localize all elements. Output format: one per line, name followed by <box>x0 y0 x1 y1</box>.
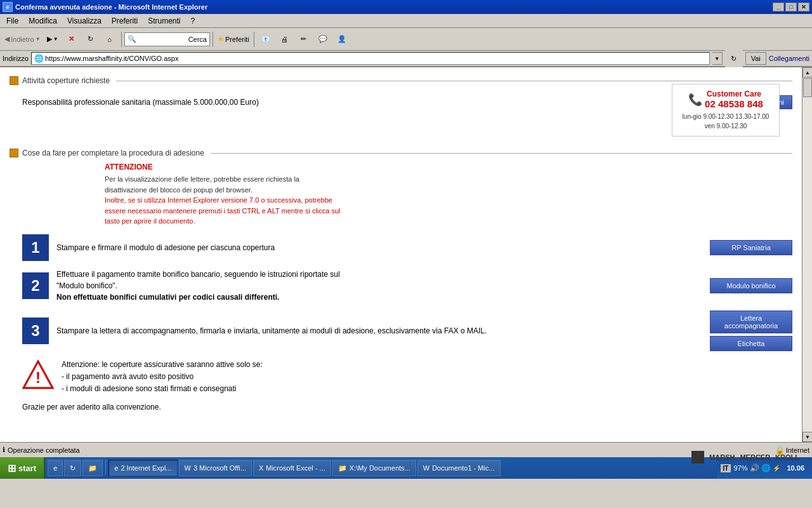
taskbar-doc-label: Documento1 - Mic... <box>432 464 494 472</box>
step2-text: Effettuare il pagamento tramite bonifico… <box>56 269 702 303</box>
edit-icon: ✏ <box>301 35 306 43</box>
section2-icon <box>10 149 18 157</box>
attention-title: ATTENZIONE <box>105 163 422 171</box>
taskbar-item-ie[interactable]: e 2 Internet Expl... <box>108 460 177 476</box>
scroll-down-button[interactable]: ▼ <box>802 432 812 442</box>
taskbar-items: e ↻ 📁 e 2 Internet Expl... W 3 Microsoft… <box>45 460 716 476</box>
back-dropdown-icon: ▼ <box>36 36 41 42</box>
step3-number: 3 <box>22 318 49 344</box>
tools-button[interactable]: 👤 <box>333 30 351 48</box>
refresh-button[interactable]: ↻ <box>82 30 100 48</box>
address-dropdown-button[interactable]: ▼ <box>712 52 723 65</box>
doc-taskbar-icon: W <box>423 464 429 472</box>
menu-file[interactable]: File <box>1 15 23 27</box>
step1-row: 1 Stampare e firmare il modulo di adesio… <box>22 234 792 261</box>
address-input[interactable] <box>45 55 707 62</box>
att-line1: Per la visualizzazione delle lettere, po… <box>105 175 299 183</box>
refresh-addr-button[interactable]: ↻ <box>725 50 743 67</box>
menu-visualizza[interactable]: Visualizza <box>62 15 107 27</box>
taskbar-item-excel[interactable]: X Microsoft Excel - ... <box>253 460 331 476</box>
messenger-button[interactable]: 💬 <box>314 30 332 48</box>
stop-button[interactable]: ✕ <box>63 30 81 48</box>
quick-launch-folder[interactable]: 📁 <box>82 460 103 476</box>
home-button[interactable]: ⌂ <box>101 30 119 48</box>
taskbar-item-office[interactable]: W 3 Microsoft Offi... <box>179 460 252 476</box>
taskbar-item-doc[interactable]: W Documento1 - Mic... <box>417 460 501 476</box>
menu-bar: File Modifica Visualizza Preferiti Strum… <box>0 14 812 28</box>
step2-line1: Effettuare il pagamento tramite bonifico… <box>56 270 340 279</box>
cc-hours2: ven 9.00-12.30 <box>705 123 747 130</box>
forward-button[interactable]: ▶ ▼ <box>44 30 62 48</box>
star-icon: ★ <box>218 35 224 43</box>
forward-dropdown-icon: ▼ <box>53 36 58 42</box>
go-button[interactable]: Vai <box>745 52 766 65</box>
step2-buttons: Modulo bonifico <box>710 278 792 293</box>
rp-saniatria-button[interactable]: RP Saniatria <box>710 240 792 255</box>
scroll-up-button[interactable]: ▲ <box>802 67 812 77</box>
edit-button[interactable]: ✏ <box>295 30 313 48</box>
taskbar-ie-label: 2 Internet Expl... <box>121 464 171 472</box>
ie-icon: e <box>53 464 57 472</box>
attention-box: ATTENZIONE Per la visualizzazione delle … <box>105 163 422 227</box>
section2-title: Cose da fare per completare la procedura… <box>22 149 204 157</box>
search-input[interactable] <box>136 36 187 43</box>
folder-icon: 📁 <box>88 464 97 472</box>
excel-taskbar-icon: X <box>259 464 263 472</box>
title-bar: e Conferma avvenuta adesione - Microsoft… <box>0 0 812 14</box>
minimize-button[interactable]: _ <box>773 3 784 11</box>
scroll-thumb[interactable] <box>803 78 812 97</box>
section2-divider <box>211 153 792 154</box>
lang-indicator: IT <box>721 464 731 472</box>
media-button[interactable]: 📧 <box>257 30 275 48</box>
back-label: Indietro <box>11 36 34 43</box>
toolbar: ◀ Indietro ▼ ▶ ▼ ✕ ↻ ⌂ 🔍 Cerca ★ Preferi… <box>0 28 812 51</box>
favorites-label: Preferiti <box>225 36 249 43</box>
att-line4: essere necessario mantenere premuti i ta… <box>105 207 341 215</box>
scrollbar[interactable]: ▲ ▼ <box>802 67 812 442</box>
content-area: Attività coperture richieste Responsabil… <box>0 67 802 442</box>
taskbar: ⊞ start e ↻ 📁 e 2 Internet Expl... W 3 M… <box>0 457 812 479</box>
back-button[interactable]: ◀ Indietro ▼ <box>3 30 43 48</box>
taskbar-item-folder[interactable]: 📁 X:\My Documents... <box>332 460 416 476</box>
att-line2: disattivazione del blocco dei popup del … <box>105 186 252 194</box>
toolbar-sep-1 <box>121 32 122 47</box>
svg-text:!: ! <box>36 369 41 386</box>
messenger-icon: 💬 <box>318 35 327 43</box>
cc-hours1: lun-gio 9.00-12.30 13.30-17.00 <box>683 113 769 120</box>
window-title: Conferma avvenuta adesione - Microsoft I… <box>15 3 207 11</box>
etichetta-button[interactable]: Etichetta <box>710 336 792 351</box>
menu-help[interactable]: ? <box>186 15 200 27</box>
address-input-wrap[interactable]: 🌐 <box>31 52 710 65</box>
modulo-bonifico-button[interactable]: Modulo bonifico <box>710 278 792 293</box>
tools-icon: 👤 <box>337 35 346 43</box>
quick-launch-refresh[interactable]: ↻ <box>64 460 81 476</box>
step2-line2: "Modulo bonifico". <box>56 281 117 290</box>
back-arrow-icon: ◀ <box>4 35 10 43</box>
step3-buttons: Lettera accompagnatoria Etichetta <box>710 311 792 351</box>
close-button[interactable]: ✕ <box>798 3 809 11</box>
thanks-text: Grazie per aver aderito alla convenzione… <box>22 403 792 411</box>
step3-row: 3 Stampare la lettera di accompagnamento… <box>22 311 792 351</box>
customer-care-box: 📞 Customer Care 02 48538 848 lun-gio 9.0… <box>672 84 780 137</box>
links-label: Collegamenti <box>769 55 809 62</box>
window-controls[interactable]: _ □ ✕ <box>773 3 809 11</box>
windows-logo-icon: ⊞ <box>8 462 16 474</box>
lettera-button[interactable]: Lettera accompagnatoria <box>710 311 792 333</box>
sys-tray: 🔊 🌐 ⚡ <box>750 464 780 472</box>
menu-strumenti[interactable]: Strumenti <box>143 15 185 27</box>
phone-icon: 📞 <box>688 93 702 107</box>
print-button[interactable]: 🖨 <box>276 30 294 48</box>
quick-launch-ie[interactable]: e <box>48 460 63 476</box>
favorites-button[interactable]: ★ Preferiti <box>216 30 251 48</box>
menu-preferiti[interactable]: Preferiti <box>107 15 143 27</box>
scroll-track[interactable] <box>802 77 812 432</box>
search-box[interactable]: 🔍 Cerca <box>124 32 210 46</box>
start-button[interactable]: ⊞ start <box>0 457 45 479</box>
step2-line3: Non effettuate bonifici cumulativi per c… <box>56 293 279 302</box>
menu-modifica[interactable]: Modifica <box>23 15 62 27</box>
toolbar-sep-2 <box>213 32 213 47</box>
ie-taskbar-icon: e <box>114 464 118 472</box>
clock: 10.06 <box>783 464 808 472</box>
maximize-button[interactable]: □ <box>785 3 797 11</box>
cc-label: Customer Care <box>705 90 763 98</box>
